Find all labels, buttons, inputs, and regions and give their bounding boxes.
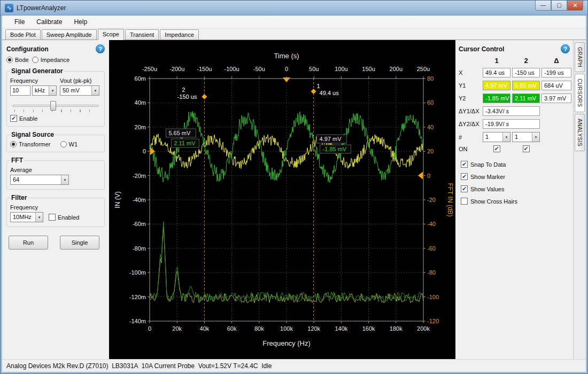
menu-calibrate[interactable]: Calibrate [30, 17, 68, 27]
tab-transient[interactable]: Transient [125, 29, 159, 40]
dy1dx-row-label: ΔY1/ΔX [459, 108, 481, 114]
cursor1-trace-select[interactable]: 1 ▼ [483, 132, 510, 142]
amplitude-slider[interactable] [11, 100, 100, 114]
filter-enabled-checkbox[interactable]: ✔ [49, 214, 56, 221]
help-icon[interactable]: ? [561, 44, 570, 53]
slider-thumb[interactable] [50, 101, 56, 111]
statusbar: Analog Devices M2k Rev.D (Z7010) LB3031A… [2, 359, 586, 372]
svg-text:-150 us: -150 us [177, 94, 197, 100]
svg-text:-40m: -40m [133, 197, 146, 203]
svg-text:-120: -120 [427, 318, 439, 324]
run-button[interactable]: Run [9, 236, 48, 250]
x-cursor1-field[interactable]: 49.4 us [483, 68, 510, 77]
y1-row-label: Y1 [459, 82, 481, 89]
chevron-down-icon: ▼ [35, 213, 43, 222]
tab-bode-plot[interactable]: Bode Plot [5, 29, 41, 40]
svg-text:4.97 mV: 4.97 mV [320, 136, 342, 142]
svg-text:0: 0 [148, 325, 151, 332]
filter-frequency-select[interactable]: 10MHz ▼ [10, 212, 43, 222]
cursor-control-title: Cursor Control [459, 45, 504, 53]
svg-text:-40: -40 [427, 221, 436, 227]
filter-title: Filter [10, 194, 28, 201]
svg-text:20m: 20m [135, 124, 146, 130]
vout-label: Vout (pk-pk) [60, 77, 101, 84]
menubar: File Calibrate Help [2, 15, 586, 28]
svg-text:200k: 200k [417, 325, 430, 332]
average-select[interactable]: 64 ▼ [10, 175, 69, 185]
svg-text:2.11 mV: 2.11 mV [174, 140, 196, 146]
svg-text:150u: 150u [362, 66, 375, 72]
app-window: ∿ LTpowerAnalyzer — ▢ ✕ File Calibrate H… [0, 0, 588, 374]
svg-text:FFT IN (dB): FFT IN (dB) [446, 183, 454, 216]
svg-text:-100: -100 [427, 294, 439, 300]
configuration-title: Configuration [6, 45, 49, 53]
show-marker-checkbox[interactable]: ✔ [461, 173, 468, 180]
signal-source-group: Signal Source Transformer W1 [6, 131, 105, 152]
help-icon[interactable]: ? [96, 44, 105, 53]
svg-text:1: 1 [317, 83, 320, 89]
svg-text:100k: 100k [280, 325, 293, 332]
frequency-unit-select[interactable]: kHz ▼ [32, 85, 57, 96]
svg-text:20k: 20k [172, 325, 182, 332]
close-button[interactable]: ✕ [567, 1, 583, 11]
svg-text:120k: 120k [307, 325, 320, 332]
bode-radio[interactable] [6, 57, 13, 63]
svg-text:-200u: -200u [169, 66, 184, 72]
window-body: File Calibrate Help Bode Plot Sweep Ampl… [2, 15, 586, 372]
svg-text:180k: 180k [390, 325, 403, 332]
impedance-radio[interactable] [32, 57, 38, 63]
menu-file[interactable]: File [9, 17, 30, 27]
side-tab-graph[interactable]: GRAPH [575, 42, 585, 72]
show-values-checkbox[interactable]: ✔ [461, 185, 468, 192]
minimize-button[interactable]: — [535, 1, 551, 11]
fft-group: FFT Average 64 ▼ [6, 157, 105, 190]
cursor2-on-checkbox[interactable]: ✔ [523, 145, 530, 152]
impedance-radio-label: Impedance [41, 57, 69, 63]
tab-impedance[interactable]: Impedance [160, 29, 198, 40]
maximize-button[interactable]: ▢ [551, 1, 567, 11]
show-cross-hairs-checkbox[interactable]: ✔ [461, 198, 468, 205]
filter-enabled-label: Enabled [58, 214, 79, 221]
svg-text:0: 0 [427, 173, 430, 179]
svg-text:0: 0 [143, 148, 146, 154]
side-tab-analysis[interactable]: ANALYSIS [575, 114, 585, 151]
side-tab-cursors[interactable]: CURSORS [575, 74, 585, 112]
svg-text:49.4 us: 49.4 us [320, 90, 339, 96]
svg-text:-80: -80 [427, 269, 436, 276]
w1-radio[interactable] [60, 141, 67, 147]
scope-plot[interactable]: -250u060m80-200u20k40m60-150u40k20m40-10… [109, 40, 455, 359]
svg-text:50u: 50u [309, 66, 319, 72]
tab-sweep-amplitude[interactable]: Sweep Amplitude [42, 29, 97, 40]
cursor-table: 1 2 Δ X 49.4 us -150 us -199 us Y1 4.97 … [459, 57, 570, 152]
filter-frequency-label: Frequency [10, 204, 101, 211]
show-cross-hairs-label: Show Cross Hairs [470, 198, 517, 205]
configuration-section: Configuration ? [6, 44, 105, 53]
enable-checkbox[interactable]: ✔ [10, 115, 17, 122]
signal-generator-group: Signal Generator Frequency 10 kHz ▼ [6, 67, 105, 127]
svg-text:-150u: -150u [197, 66, 212, 72]
svg-text:60k: 60k [227, 325, 237, 332]
transformer-radio[interactable] [10, 141, 17, 147]
frequency-input[interactable]: 10 [10, 85, 30, 96]
cursor-control-section: Cursor Control ? [459, 44, 570, 53]
w1-radio-label: W1 [69, 141, 78, 147]
cursor2-trace-select[interactable]: 1 ▼ [512, 132, 540, 142]
svg-text:-20: -20 [427, 197, 436, 203]
tab-scope[interactable]: Scope [98, 29, 124, 40]
x-cursor2-field[interactable]: -150 us [512, 68, 540, 77]
chevron-down-icon: ▼ [532, 133, 539, 142]
side-tabstrip: GRAPH CURSORS ANALYSIS [573, 40, 586, 359]
svg-text:40: 40 [427, 124, 434, 130]
cursor2-header: 2 [512, 57, 540, 65]
cursor1-header: 1 [483, 57, 510, 65]
cursor1-on-checkbox[interactable]: ✔ [493, 145, 500, 152]
snap-to-data-checkbox[interactable]: ✔ [461, 161, 468, 168]
cursor-control-panel: Cursor Control ? 1 2 Δ X 49.4 us -150 us… [455, 40, 573, 359]
menu-help[interactable]: Help [68, 17, 93, 27]
frequency-label: Frequency [10, 77, 57, 84]
single-button[interactable]: Single [60, 236, 99, 250]
svg-text:-20m: -20m [133, 173, 146, 179]
svg-text:100u: 100u [335, 66, 347, 72]
vout-select[interactable]: 50 mV ▼ [60, 85, 99, 96]
svg-text:-60m: -60m [133, 221, 146, 227]
